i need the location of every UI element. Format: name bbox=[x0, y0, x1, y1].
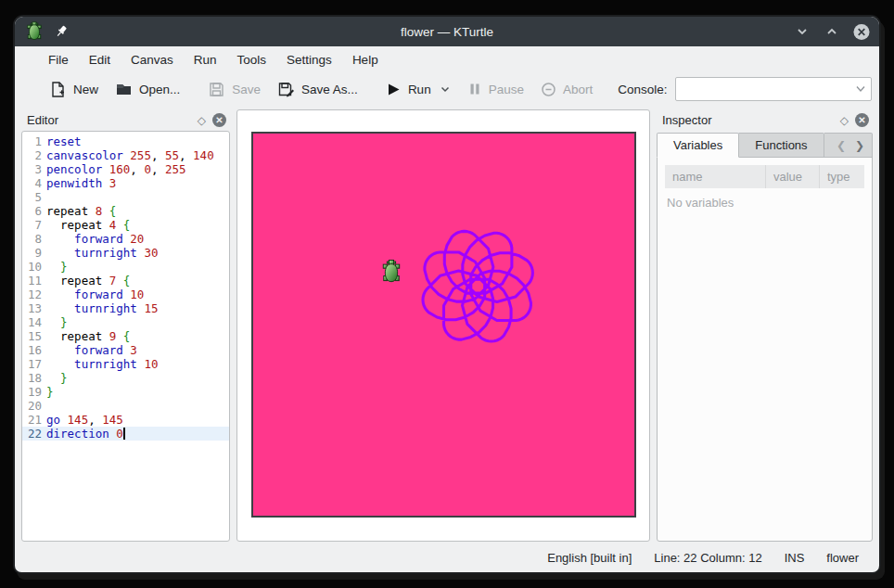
menu-run[interactable]: Run bbox=[184, 49, 227, 70]
run-play-icon bbox=[386, 82, 402, 97]
code-line[interactable]: 15 repeat 9 { bbox=[22, 329, 229, 343]
abort-button[interactable]: Abort bbox=[532, 78, 601, 101]
code-line[interactable]: 5 bbox=[22, 190, 229, 204]
pause-icon bbox=[467, 82, 482, 96]
code-line[interactable]: 14 } bbox=[22, 315, 229, 329]
code-line[interactable]: 4penwidth 3 bbox=[22, 176, 229, 190]
kturtle-window: flower — KTurtle File Edit Canvas Run To… bbox=[15, 17, 879, 572]
line-number: 10 bbox=[22, 260, 46, 274]
code-editor[interactable]: 1reset2canvascolor 255, 55, 1403pencolor… bbox=[21, 131, 230, 542]
pause-button[interactable]: Pause bbox=[459, 78, 532, 100]
code-text: go 145, 145 bbox=[46, 413, 229, 427]
line-number: 6 bbox=[22, 204, 46, 218]
console-combobox[interactable] bbox=[675, 77, 872, 101]
menu-tools[interactable]: Tools bbox=[227, 49, 277, 70]
inspector-dock-title: Inspector bbox=[662, 113, 711, 127]
code-line[interactable]: 16 forward 3 bbox=[22, 343, 229, 357]
line-number: 14 bbox=[22, 315, 46, 329]
status-insert-mode: INS bbox=[785, 551, 805, 565]
menu-canvas[interactable]: Canvas bbox=[121, 49, 184, 70]
code-text: canvascolor 255, 55, 140 bbox=[46, 148, 229, 162]
code-text: repeat 7 { bbox=[46, 274, 229, 288]
code-text: turnright 10 bbox=[46, 357, 229, 371]
column-name: name bbox=[665, 165, 766, 188]
editor-close-icon[interactable]: ✕ bbox=[212, 113, 226, 127]
menu-settings[interactable]: Settings bbox=[276, 49, 342, 70]
kturtle-app-icon bbox=[24, 21, 45, 42]
line-number: 11 bbox=[22, 274, 46, 288]
turtle-canvas bbox=[251, 132, 636, 518]
console-input[interactable] bbox=[676, 78, 850, 100]
code-line[interactable]: 22direction 0 bbox=[22, 427, 229, 441]
tab-scroll-left-icon[interactable]: ❮ bbox=[837, 139, 846, 152]
column-value: value bbox=[766, 165, 820, 188]
code-line[interactable]: 9 turnright 30 bbox=[22, 246, 229, 260]
line-number: 15 bbox=[22, 329, 46, 343]
window-title: flower — KTurtle bbox=[15, 25, 879, 39]
abort-icon bbox=[541, 82, 556, 97]
inspector-close-icon[interactable]: ✕ bbox=[855, 113, 869, 127]
code-text bbox=[46, 399, 229, 413]
code-text: direction 0 bbox=[46, 427, 229, 441]
new-file-icon bbox=[49, 81, 67, 98]
code-line[interactable]: 6repeat 8 { bbox=[22, 204, 229, 218]
open-folder-icon bbox=[115, 81, 133, 98]
close-button[interactable] bbox=[853, 23, 870, 40]
no-variables-text: No variables bbox=[665, 188, 864, 217]
open-button[interactable]: Open... bbox=[107, 77, 188, 102]
tab-scroll-area: ❮ ❯ bbox=[824, 133, 873, 158]
code-line[interactable]: 18 } bbox=[22, 371, 229, 385]
console-dropdown-icon[interactable] bbox=[850, 83, 871, 95]
code-text: } bbox=[46, 385, 229, 399]
new-button[interactable]: New bbox=[41, 77, 107, 102]
code-line[interactable]: 10 } bbox=[22, 260, 229, 274]
code-line[interactable]: 2canvascolor 255, 55, 140 bbox=[22, 148, 229, 162]
code-line[interactable]: 11 repeat 7 { bbox=[22, 274, 229, 288]
inspector-tab-bar: Variables Functions ❮ ❯ bbox=[657, 133, 873, 158]
editor-dock: Editor ◇ ✕ 1reset2canvascolor 255, 55, 1… bbox=[21, 109, 230, 542]
line-number: 9 bbox=[22, 246, 46, 260]
menu-edit[interactable]: Edit bbox=[79, 49, 121, 70]
canvas-dock bbox=[236, 109, 650, 542]
menu-bar: File Edit Canvas Run Tools Settings Help bbox=[15, 46, 879, 72]
inspector-float-icon[interactable]: ◇ bbox=[840, 115, 849, 126]
code-line[interactable]: 1reset bbox=[22, 134, 229, 148]
save-as-button[interactable]: Save As... bbox=[269, 77, 366, 102]
line-number: 8 bbox=[22, 232, 46, 246]
tab-functions[interactable]: Functions bbox=[739, 133, 824, 158]
inspector-dock: Inspector ◇ ✕ Variables Functions ❮ ❯ bbox=[657, 109, 873, 542]
code-line[interactable]: 7 repeat 4 { bbox=[22, 218, 229, 232]
code-line[interactable]: 17 turnright 10 bbox=[22, 357, 229, 371]
code-line[interactable]: 12 forward 10 bbox=[22, 288, 229, 301]
maximize-button[interactable] bbox=[824, 23, 840, 40]
dock-area: Editor ◇ ✕ 1reset2canvascolor 255, 55, 1… bbox=[15, 108, 879, 544]
toolbar-overflow-button[interactable] bbox=[872, 80, 880, 98]
title-bar: flower — KTurtle bbox=[15, 17, 879, 46]
code-text bbox=[46, 190, 229, 204]
save-button[interactable]: Save bbox=[199, 77, 269, 102]
code-text: } bbox=[46, 315, 229, 329]
pin-icon[interactable] bbox=[54, 24, 69, 39]
line-number: 4 bbox=[22, 176, 46, 190]
code-line[interactable]: 19} bbox=[22, 385, 229, 399]
code-text: turnright 15 bbox=[46, 301, 229, 315]
code-line[interactable]: 21go 145, 145 bbox=[22, 413, 229, 427]
variables-panel: name value type No variables bbox=[657, 157, 873, 542]
run-button[interactable]: Run bbox=[377, 78, 459, 101]
code-line[interactable]: 8 forward 20 bbox=[22, 232, 229, 246]
code-line[interactable]: 13 turnright 15 bbox=[22, 301, 229, 315]
code-line[interactable]: 3pencolor 160, 0, 255 bbox=[22, 162, 229, 176]
code-line[interactable]: 20 bbox=[22, 399, 229, 413]
editor-float-icon[interactable]: ◇ bbox=[198, 115, 206, 126]
code-text: penwidth 3 bbox=[46, 176, 229, 190]
code-text: reset bbox=[46, 134, 229, 148]
line-number: 22 bbox=[22, 427, 46, 441]
code-text: repeat 8 { bbox=[46, 204, 229, 218]
column-type: type bbox=[820, 165, 864, 188]
menu-help[interactable]: Help bbox=[342, 49, 389, 70]
minimize-button[interactable] bbox=[794, 23, 811, 40]
run-speed-dropdown-icon[interactable] bbox=[440, 83, 451, 95]
menu-file[interactable]: File bbox=[38, 49, 79, 70]
tab-variables[interactable]: Variables bbox=[657, 133, 739, 158]
tab-scroll-right-icon[interactable]: ❯ bbox=[855, 139, 864, 152]
